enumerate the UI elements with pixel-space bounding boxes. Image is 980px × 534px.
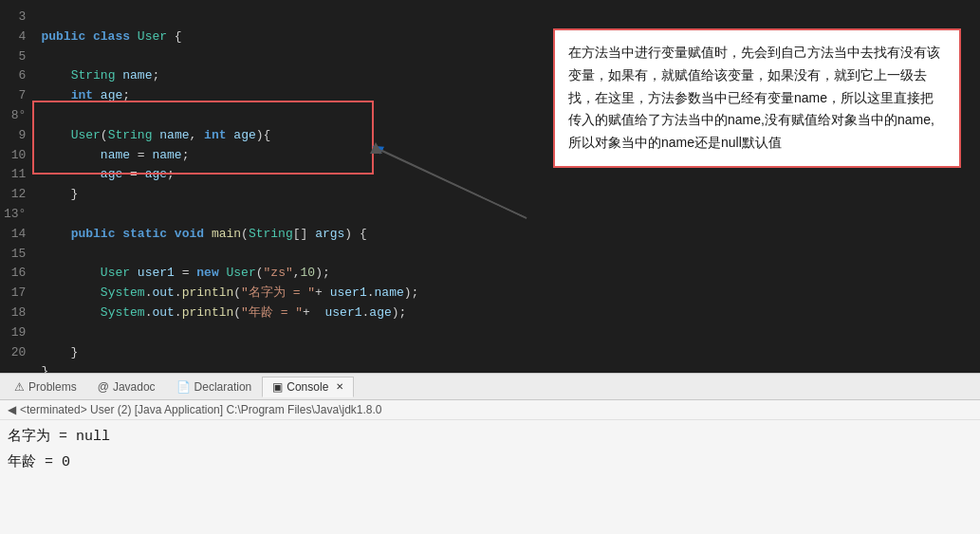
- console-icon: ▣: [272, 380, 283, 394]
- problems-icon: ⚠: [14, 380, 25, 394]
- output-line-2: 年龄 = 0: [8, 450, 972, 475]
- arrow-indicator: ◀: [8, 403, 16, 416]
- console-output: 名字为 = null 年龄 = 0: [0, 420, 980, 534]
- console-header: ◀ <terminated> User (2) [Java Applicatio…: [0, 400, 980, 420]
- tab-console[interactable]: ▣ Console ✕: [262, 377, 354, 397]
- annotation-tooltip: 在方法当中进行变量赋值时，先会到自己方法当中去找有没有该变量，如果有，就赋值给该…: [553, 28, 961, 168]
- declaration-icon: 📄: [176, 380, 191, 394]
- tabs-bar: ⚠ Problems @ Javadoc 📄 Declaration ▣ Con…: [0, 374, 980, 400]
- tab-declaration-label: Declaration: [194, 380, 252, 394]
- code-editor: 3 4 5 6 7 8° 9 10 11 12 13° 14 15 16 17 …: [0, 0, 980, 373]
- terminated-text: <terminated> User (2) [Java Application]…: [20, 403, 382, 416]
- tab-javadoc-label: Javadoc: [113, 380, 156, 394]
- bottom-panel: ⚠ Problems @ Javadoc 📄 Declaration ▣ Con…: [0, 373, 980, 534]
- line-numbers: 3 4 5 6 7 8° 9 10 11 12 13° 14 15 16 17 …: [0, 0, 33, 373]
- javadoc-icon: @: [98, 380, 109, 394]
- tab-console-label: Console: [287, 380, 328, 394]
- tab-problems[interactable]: ⚠ Problems: [4, 377, 87, 397]
- tab-problems-label: Problems: [28, 380, 77, 394]
- output-line-1: 名字为 = null: [8, 424, 972, 450]
- console-close-icon: ✕: [336, 381, 343, 392]
- tab-declaration[interactable]: 📄 Declaration: [166, 377, 263, 397]
- annotation-text: 在方法当中进行变量赋值时，先会到自己方法当中去找有没有该变量，如果有，就赋值给该…: [568, 45, 940, 150]
- tab-javadoc[interactable]: @ Javadoc: [87, 377, 166, 397]
